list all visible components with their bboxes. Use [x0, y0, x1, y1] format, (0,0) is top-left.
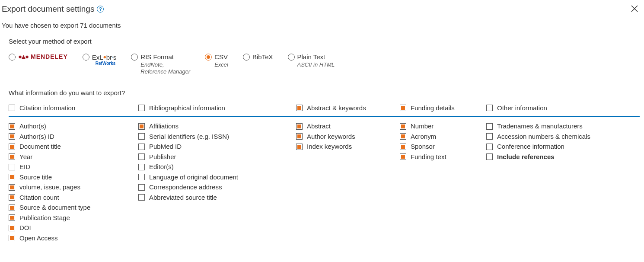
- checkbox[interactable]: [138, 133, 145, 140]
- radio-exlibris[interactable]: ExL•br•s RefWorks: [83, 53, 117, 66]
- checkbox[interactable]: [9, 204, 15, 211]
- checkbox-label: Acronym: [411, 132, 436, 141]
- checkbox[interactable]: [9, 184, 15, 191]
- checkbox-row[interactable]: Serial identifiers (e.g. ISSN): [138, 132, 296, 141]
- radio-label: RIS Format: [140, 53, 190, 61]
- checkbox[interactable]: [486, 133, 493, 140]
- column-header-label: Other information: [497, 104, 547, 112]
- help-icon[interactable]: ?: [97, 6, 104, 13]
- checkbox[interactable]: [400, 144, 406, 150]
- checkbox[interactable]: [9, 214, 15, 221]
- radio-sublabel: EndNote, Reference Manager: [140, 61, 190, 76]
- checkbox[interactable]: [400, 123, 406, 130]
- checkbox[interactable]: [138, 174, 145, 180]
- checkbox-row[interactable]: Abbreviated source title: [138, 193, 296, 202]
- checkbox[interactable]: [138, 194, 145, 201]
- checkbox-row[interactable]: Accession numbers & chemicals: [486, 132, 640, 141]
- checkbox-row[interactable]: Include references: [486, 153, 640, 161]
- checkbox[interactable]: [138, 164, 145, 170]
- checkbox-row[interactable]: Affiliations: [138, 122, 296, 131]
- checkbox-row[interactable]: Editor(s): [138, 163, 296, 171]
- checkbox-funding-header[interactable]: [400, 105, 406, 111]
- checkbox[interactable]: [9, 235, 15, 241]
- checkbox-row[interactable]: Author(s): [9, 122, 138, 131]
- radio-button[interactable]: [205, 54, 212, 61]
- checkbox-label: Accession numbers & chemicals: [497, 132, 590, 141]
- checkbox[interactable]: [9, 164, 15, 170]
- checkbox-row[interactable]: Year: [9, 153, 138, 161]
- checkbox-row[interactable]: Author keywords: [296, 132, 400, 141]
- checkbox[interactable]: [9, 123, 15, 130]
- checkbox-label: Tradenames & manufacturers: [497, 122, 583, 131]
- checkbox-citation-header[interactable]: [9, 105, 15, 111]
- checkbox-row[interactable]: Abstract: [296, 122, 400, 131]
- checkbox-row[interactable]: Author(s) ID: [9, 132, 138, 141]
- checkbox-row[interactable]: DOI: [9, 224, 138, 232]
- checkbox-row[interactable]: Publication Stage: [9, 214, 138, 222]
- checkbox-row[interactable]: Citation count: [9, 193, 138, 202]
- checkbox-row[interactable]: EID: [9, 163, 138, 171]
- radio-button[interactable]: [288, 54, 295, 61]
- checkbox-row[interactable]: PubMed ID: [138, 142, 296, 151]
- checkbox[interactable]: [138, 123, 145, 130]
- checkbox[interactable]: [296, 144, 303, 150]
- checkbox-other-header[interactable]: [486, 105, 493, 111]
- checkbox-row[interactable]: Source & document type: [9, 203, 138, 212]
- checkbox[interactable]: [296, 133, 303, 140]
- checkbox-biblio-header[interactable]: [138, 105, 145, 111]
- checkbox[interactable]: [486, 123, 493, 130]
- checkbox[interactable]: [9, 225, 15, 231]
- checkbox-row[interactable]: Index keywords: [296, 142, 400, 151]
- checkbox[interactable]: [400, 153, 406, 160]
- checkbox-row[interactable]: volume, issue, pages: [9, 183, 138, 192]
- checkbox-row[interactable]: Open Access: [9, 234, 138, 243]
- radio-button[interactable]: [9, 54, 16, 61]
- checkbox-row[interactable]: Publisher: [138, 153, 296, 161]
- checkbox-row[interactable]: Sponsor: [400, 142, 486, 151]
- checkbox[interactable]: [486, 153, 493, 160]
- radio-sublabel: ASCII in HTML: [297, 61, 335, 69]
- checkbox[interactable]: [9, 174, 15, 180]
- radio-button[interactable]: [243, 54, 250, 61]
- checkbox[interactable]: [138, 144, 145, 150]
- radio-sublabel: Excel: [214, 61, 228, 69]
- checkbox-row[interactable]: Funding text: [400, 153, 486, 161]
- checkbox[interactable]: [400, 133, 406, 140]
- export-method-group: ●▲● MENDELEY ExL•br•s RefWorks RIS Forma…: [9, 53, 640, 76]
- checkbox-row[interactable]: Source title: [9, 173, 138, 182]
- checkbox[interactable]: [138, 153, 145, 160]
- checkbox-label: Year: [19, 153, 32, 161]
- checkbox[interactable]: [138, 184, 145, 191]
- items-funding: NumberAcronymSponsorFunding text: [400, 122, 486, 163]
- checkbox-label: Funding text: [411, 153, 446, 161]
- checkbox-abstract-header[interactable]: [296, 105, 303, 111]
- close-icon[interactable]: [630, 4, 639, 13]
- radio-csv[interactable]: CSV Excel: [205, 53, 228, 68]
- checkbox[interactable]: [296, 123, 303, 130]
- checkbox[interactable]: [486, 144, 493, 150]
- checkbox-row[interactable]: Tradenames & manufacturers: [486, 122, 640, 131]
- dialog-title: Export document settings ?: [2, 4, 104, 14]
- checkbox[interactable]: [9, 194, 15, 201]
- radio-mendeley[interactable]: ●▲● MENDELEY: [9, 53, 68, 61]
- radio-ris[interactable]: RIS Format EndNote, Reference Manager: [131, 53, 190, 76]
- checkbox-label: EID: [19, 163, 30, 171]
- checkbox-label: Correspondence address: [149, 183, 222, 192]
- checkbox-label: Conference information: [497, 142, 564, 151]
- checkbox-row[interactable]: Correspondence address: [138, 183, 296, 192]
- checkbox-row[interactable]: Language of original document: [138, 173, 296, 182]
- checkbox[interactable]: [9, 153, 15, 160]
- radio-plaintext[interactable]: Plain Text ASCII in HTML: [288, 53, 335, 68]
- radio-button[interactable]: [83, 54, 89, 61]
- radio-bibtex[interactable]: BibTeX: [243, 53, 273, 61]
- column-header-label: Abstract & keywords: [307, 104, 366, 112]
- checkbox[interactable]: [9, 144, 15, 150]
- checkbox-row[interactable]: Acronym: [400, 132, 486, 141]
- checkbox-row[interactable]: Conference information: [486, 142, 640, 151]
- checkbox[interactable]: [9, 133, 15, 140]
- checkbox-label: Affiliations: [149, 122, 179, 131]
- checkbox-row[interactable]: Number: [400, 122, 486, 131]
- checkbox-label: Publisher: [149, 153, 176, 161]
- radio-button[interactable]: [131, 54, 138, 61]
- checkbox-row[interactable]: Document title: [9, 142, 138, 151]
